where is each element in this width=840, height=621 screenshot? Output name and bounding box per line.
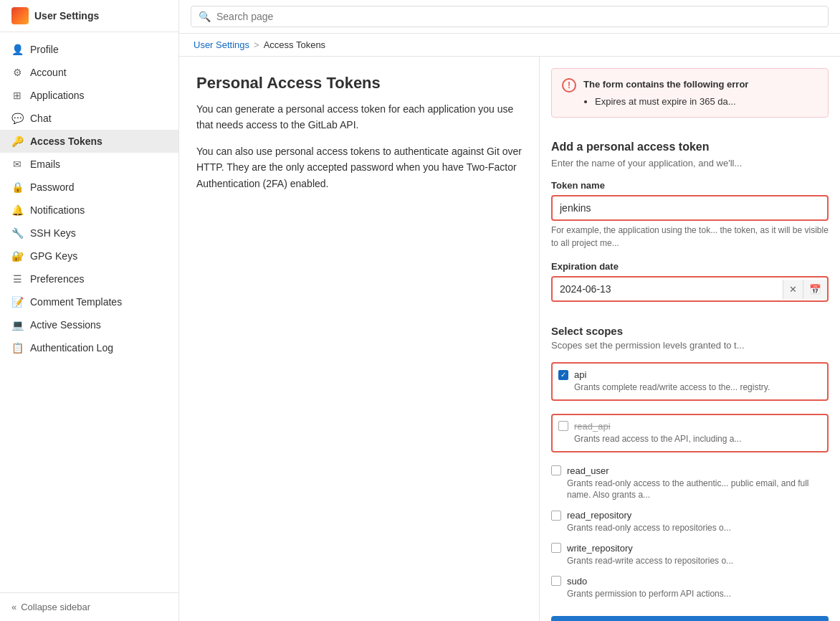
sidebar-item-label-gpg-keys: GPG Keys: [30, 250, 77, 262]
sidebar-item-account[interactable]: ⚙ Account: [0, 61, 178, 84]
collapse-sidebar-button[interactable]: « Collapse sidebar: [11, 602, 167, 612]
sidebar-item-emails[interactable]: ✉ Emails: [0, 153, 178, 176]
sidebar-item-label-comment-templates: Comment Templates: [30, 296, 122, 308]
ssh-keys-icon: 🔧: [11, 227, 23, 239]
create-token-button[interactable]: Create personal access token: [551, 616, 829, 621]
scopes-title: Select scopes: [551, 325, 829, 337]
password-icon: 🔒: [11, 181, 23, 193]
scope-item-read_repository: read_repository Grants read-only access …: [551, 506, 829, 539]
scope-desc-api: Grants complete read/write access to the…: [574, 381, 821, 394]
scope-row-api: api: [558, 369, 821, 380]
notifications-icon: 🔔: [11, 204, 23, 216]
scope-row-read_api: read_api: [558, 421, 821, 432]
scope-desc-read_repository: Grants read-only access to repositories …: [567, 522, 829, 534]
scope-desc-read_user: Grants read-only access to the authentic…: [567, 478, 829, 502]
emails-icon: ✉: [11, 158, 23, 170]
preferences-icon: ☰: [11, 273, 23, 285]
scope-row-read_user: read_user: [551, 465, 829, 476]
checkbox-sudo[interactable]: [551, 576, 561, 586]
sidebar-item-label-preferences: Preferences: [30, 273, 84, 285]
token-name-group: Token name For example, the application …: [551, 180, 829, 250]
scopes-desc: Scopes set the permission levels granted…: [551, 340, 829, 351]
sidebar-item-label-active-sessions: Active Sessions: [30, 319, 101, 331]
expiration-date-wrapper: ✕ 📅: [551, 276, 829, 302]
sidebar-item-active-sessions[interactable]: 💻 Active Sessions: [0, 313, 178, 336]
sidebar-item-label-emails: Emails: [30, 158, 60, 170]
scope-label-write_repository: write_repository: [567, 543, 633, 554]
sidebar-item-applications[interactable]: ⊞ Applications: [0, 84, 178, 107]
search-icon: 🔍: [199, 11, 211, 22]
page-desc-2: You can also use personal access tokens …: [196, 143, 522, 191]
scopes-section: Select scopes Scopes set the permission …: [540, 325, 840, 616]
scope-label-sudo: sudo: [567, 576, 587, 587]
sidebar-item-access-tokens[interactable]: 🔑 Access Tokens: [0, 130, 178, 153]
scope-item-write_repository: write_repository Grants read-write acces…: [551, 539, 829, 572]
clear-date-button[interactable]: ✕: [783, 280, 803, 299]
sidebar-item-notifications[interactable]: 🔔 Notifications: [0, 199, 178, 222]
breadcrumb: User Settings > Access Tokens: [179, 34, 840, 57]
left-content: Personal Access Tokens You can generate …: [179, 57, 539, 621]
error-list: Expires at must expire in 365 da...: [583, 95, 748, 109]
applications-icon: ⊞: [11, 90, 23, 101]
comment-templates-icon: 📝: [11, 296, 23, 308]
calendar-button[interactable]: 📅: [803, 280, 827, 299]
sidebar-item-password[interactable]: 🔒 Password: [0, 176, 178, 199]
sidebar-item-profile[interactable]: 👤 Profile: [0, 38, 178, 61]
checkbox-read_api[interactable]: [558, 421, 568, 431]
sidebar-item-label-password: Password: [30, 181, 74, 193]
scopes-list: api Grants complete read/write access to…: [551, 358, 829, 605]
sidebar-item-label-authentication-log: Authentication Log: [30, 342, 113, 354]
scope-row-sudo: sudo: [551, 576, 829, 587]
sidebar-item-label-applications: Applications: [30, 90, 85, 101]
breadcrumb-separator: >: [254, 39, 259, 50]
scope-wrapper-read_repository: read_repository Grants read-only access …: [551, 510, 829, 534]
sidebar-item-chat[interactable]: 💬 Chat: [0, 107, 178, 130]
error-text: The form contains the following error Ex…: [583, 77, 748, 108]
sidebar-item-label-notifications: Notifications: [30, 204, 85, 216]
scope-wrapper-read_api: read_api Grants read access to the API, …: [551, 414, 829, 452]
form-section-title: Add a personal access token: [551, 141, 829, 153]
form-section: Add a personal access token Enter the na…: [540, 129, 840, 325]
sidebar-item-authentication-log[interactable]: 📋 Authentication Log: [0, 336, 178, 359]
search-box[interactable]: 🔍: [191, 6, 829, 27]
expiration-date-input[interactable]: [553, 278, 783, 300]
scope-wrapper-write_repository: write_repository Grants read-write acces…: [551, 543, 829, 567]
page-desc-1: You can generate a personal access token…: [196, 101, 522, 133]
scope-item-read_user: read_user Grants read-only access to the…: [551, 461, 829, 506]
profile-icon: 👤: [11, 44, 23, 55]
scope-wrapper-read_user: read_user Grants read-only access to the…: [551, 465, 829, 502]
sidebar-item-preferences[interactable]: ☰ Preferences: [0, 267, 178, 290]
access-tokens-icon: 🔑: [11, 136, 23, 147]
checkbox-write_repository[interactable]: [551, 543, 561, 553]
search-input[interactable]: [216, 11, 821, 22]
token-name-input[interactable]: [551, 195, 829, 221]
sidebar-item-label-access-tokens: Access Tokens: [30, 136, 102, 147]
sidebar-item-label-profile: Profile: [30, 44, 59, 55]
error-title: The form contains the following error: [583, 77, 748, 92]
breadcrumb-parent[interactable]: User Settings: [194, 39, 249, 50]
scope-desc-sudo: Grants permission to perform API actions…: [567, 588, 829, 600]
content-area: Personal Access Tokens You can generate …: [179, 57, 840, 621]
scope-wrapper-api: api Grants complete read/write access to…: [551, 362, 829, 401]
scope-label-api: api: [574, 369, 586, 380]
sidebar-title: User Settings: [34, 10, 99, 22]
checkbox-read_repository[interactable]: [551, 511, 561, 521]
account-icon: ⚙: [11, 67, 23, 78]
checkbox-read_user[interactable]: [551, 465, 561, 475]
error-icon: !: [562, 78, 576, 93]
scope-label-read_api: read_api: [574, 421, 611, 432]
sidebar: User Settings 👤 Profile ⚙ Account ⊞ Appl…: [0, 0, 179, 621]
scope-item-read_api: read_api Grants read access to the API, …: [551, 409, 829, 461]
checkbox-api[interactable]: [558, 370, 568, 380]
collapse-label: Collapse sidebar: [21, 602, 90, 612]
right-panel: ! The form contains the following error …: [539, 57, 840, 621]
form-section-desc: Enter the name of your application, and …: [551, 158, 829, 169]
sidebar-item-gpg-keys[interactable]: 🔐 GPG Keys: [0, 245, 178, 267]
scope-label-read_repository: read_repository: [567, 510, 631, 521]
sidebar-item-ssh-keys[interactable]: 🔧 SSH Keys: [0, 222, 178, 245]
sidebar-item-comment-templates[interactable]: 📝 Comment Templates: [0, 290, 178, 313]
token-name-help: For example, the application using the t…: [551, 224, 829, 250]
scope-label-read_user: read_user: [567, 465, 609, 476]
sidebar-footer: « Collapse sidebar: [0, 592, 178, 621]
active-sessions-icon: 💻: [11, 319, 23, 331]
